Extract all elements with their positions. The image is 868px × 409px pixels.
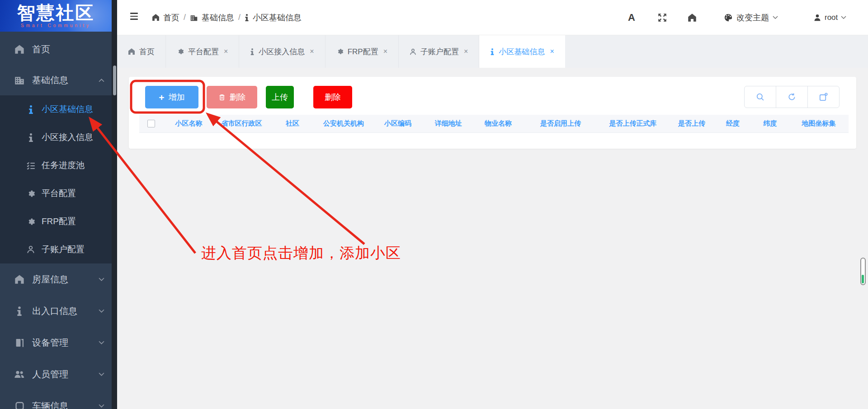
topbar: 首页 / 基础信息 / 小区基础信息 A 改变主题 root (117, 0, 868, 35)
column-header: 物业名称 (472, 119, 524, 128)
theme-switcher[interactable]: 改变主题 (724, 0, 778, 35)
sidebar-scrollbar-track (112, 0, 117, 409)
username: root (825, 13, 838, 22)
column-header: 是否启用上传 (524, 119, 597, 128)
tab-home[interactable]: 首页 (117, 35, 166, 68)
user-icon (813, 14, 821, 22)
table-toolbar (744, 86, 840, 108)
main-content: + 增加 删除 上传 删除 小区 (117, 68, 868, 409)
chevron-down-icon (841, 16, 846, 19)
tab-label: 子账户配置 (420, 47, 459, 57)
door-icon (13, 338, 26, 348)
delete-button[interactable]: 删除 (313, 86, 352, 108)
close-icon[interactable]: × (550, 47, 554, 56)
sidebar-item-label: FRP配置 (42, 216, 76, 227)
refresh-icon[interactable] (776, 86, 807, 108)
breadcrumb-item[interactable]: 基础信息 (202, 12, 234, 23)
fullscreen-icon[interactable] (658, 0, 667, 35)
building-icon (13, 75, 26, 85)
breadcrumb-separator: / (238, 13, 241, 22)
column-header: 是否上传 (669, 119, 714, 128)
breadcrumb-separator: / (184, 13, 186, 22)
column-header: 社区 (269, 119, 316, 128)
sidebar-item-house-info[interactable]: 房屋信息 (0, 263, 112, 295)
info-icon (26, 133, 36, 142)
sidebar-item-community-access-info[interactable]: 小区接入信息 (0, 123, 112, 151)
info-icon (26, 105, 36, 114)
tab-community-access-info[interactable]: 小区接入信息 × (239, 35, 325, 68)
page-scroll-thumb (862, 275, 864, 283)
column-header: 小区编码 (371, 119, 425, 128)
tab-community-basic-info[interactable]: 小区基础信息 × (479, 35, 565, 68)
select-all-checkbox[interactable] (147, 120, 155, 127)
sidebar-item-entrance-info[interactable]: 出入口信息 (0, 295, 112, 327)
chevron-down-icon (99, 309, 104, 313)
page-scroll-indicator[interactable] (860, 258, 866, 285)
chevron-down-icon (99, 404, 104, 408)
export-icon[interactable] (807, 86, 839, 108)
card-icon (13, 401, 26, 409)
sidebar-item-label: 任务进度池 (42, 160, 85, 171)
trash-icon (218, 94, 226, 101)
tab-bar: 首页 平台配置 × 小区接入信息 × FRP配置 × 子账户配置 × 小区基础信… (117, 35, 868, 68)
close-icon[interactable]: × (383, 47, 387, 56)
sidebar-item-basic-info[interactable]: 基础信息 (0, 65, 112, 95)
sidebar-submenu-basic-info: 小区基础信息 小区接入信息 任务进度池 平台配置 (0, 95, 112, 263)
home-icon (128, 48, 135, 55)
sidebar-item-label: 出入口信息 (32, 305, 77, 317)
upload-button[interactable]: 上传 (266, 86, 294, 108)
app-title: 智慧社区 (17, 4, 95, 22)
tab-label: 小区基础信息 (499, 47, 545, 57)
table-header-cell (139, 120, 163, 127)
close-icon[interactable]: × (464, 47, 468, 56)
tab-label: FRP配置 (348, 47, 378, 57)
sidebar-item-home[interactable]: 首页 (0, 34, 112, 65)
sidebar-item-community-basic-info[interactable]: 小区基础信息 (0, 95, 112, 123)
sidebar-scrollbar-thumb[interactable] (113, 66, 116, 95)
font-size-button[interactable]: A (628, 0, 635, 35)
close-icon[interactable]: × (224, 47, 228, 56)
list-icon (26, 162, 36, 169)
sidebar-item-platform-config[interactable]: 平台配置 (0, 179, 112, 207)
sidebar-item-personnel-management[interactable]: 人员管理 (0, 358, 112, 390)
sidebar-item-sub-account-config[interactable]: 子账户配置 (0, 235, 112, 263)
sidebar-item-device-management[interactable]: 设备管理 (0, 327, 112, 358)
breadcrumb: 首页 / 基础信息 / 小区基础信息 (152, 0, 302, 35)
tab-label: 小区接入信息 (259, 47, 305, 57)
sidebar-item-label: 小区基础信息 (42, 103, 93, 115)
breadcrumb-item[interactable]: 首页 (163, 12, 179, 23)
hamburger-menu-icon[interactable] (130, 13, 138, 22)
sidebar-item-frp-config[interactable]: FRP配置 (0, 207, 112, 235)
tab-frp-config[interactable]: FRP配置 × (326, 35, 399, 68)
delete-button-label: 删除 (230, 92, 246, 103)
delete-selected-button[interactable]: 删除 (207, 86, 257, 108)
column-header: 省市区行政区 (215, 119, 269, 128)
sidebar-item-vehicle-info[interactable]: 车辆信息 (0, 390, 112, 409)
home-icon (152, 14, 160, 21)
tab-platform-config[interactable]: 平台配置 × (166, 35, 239, 68)
sidebar-item-task-progress-pool[interactable]: 任务进度池 (0, 151, 112, 179)
sidebar-item-label: 平台配置 (42, 188, 76, 199)
column-header: 经度 (714, 119, 751, 128)
search-icon[interactable] (745, 86, 776, 108)
user-menu[interactable]: root (813, 0, 846, 35)
gear-icon (336, 48, 344, 55)
building-icon (190, 14, 198, 22)
breadcrumb-item-current: 小区基础信息 (253, 12, 302, 23)
info-icon (13, 306, 26, 316)
sidebar-item-label: 基础信息 (32, 74, 68, 86)
tab-sub-account-config[interactable]: 子账户配置 × (399, 35, 479, 68)
sidebar-menu: 首页 基础信息 小区基础信息 小区接入信息 (0, 34, 112, 409)
home-icon (13, 274, 26, 284)
sidebar-item-label: 人员管理 (32, 368, 68, 381)
column-header: 公安机关机构 (316, 119, 371, 128)
sidebar-item-label: 小区接入信息 (42, 132, 93, 143)
palette-icon (724, 13, 733, 22)
close-icon[interactable]: × (310, 47, 314, 56)
home-icon[interactable] (688, 0, 697, 35)
add-button[interactable]: + 增加 (145, 86, 198, 108)
app-subtitle: Smart Community (21, 23, 91, 28)
chevron-down-icon (99, 341, 104, 345)
info-icon (490, 48, 495, 55)
app-logo: 智慧社区 Smart Community (0, 0, 112, 32)
